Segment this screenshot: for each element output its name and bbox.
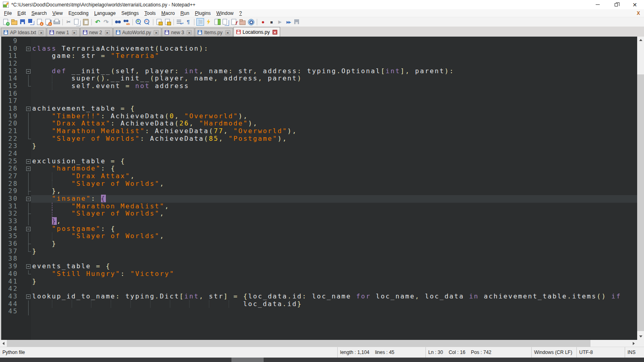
code-line-9[interactable]: 9: [1, 37, 637, 45]
find-icon[interactable]: [114, 18, 122, 26]
code-line-23[interactable]: 23}: [1, 142, 637, 150]
menu-item-settings[interactable]: Settings: [118, 10, 141, 17]
close-all-documents-icon[interactable]: [44, 18, 52, 26]
macro-playback-icon[interactable]: [276, 18, 284, 26]
paste-icon[interactable]: [82, 18, 89, 26]
tab-close-icon[interactable]: ✕: [72, 30, 77, 35]
code-line-42[interactable]: 42: [1, 285, 637, 293]
menu-item-tools[interactable]: Tools: [142, 10, 159, 17]
code-line-24[interactable]: 24: [1, 150, 637, 158]
menu-item-file[interactable]: File: [1, 10, 14, 17]
macro-stop-icon[interactable]: [268, 18, 275, 26]
menu-item-edit[interactable]: Edit: [14, 10, 29, 17]
code-line-32[interactable]: 32 "Slayer of Worlds",: [1, 210, 637, 218]
menu-item-view[interactable]: View: [50, 10, 66, 17]
tab-close-icon[interactable]: ✕: [39, 30, 43, 35]
macro-run-multiple-icon[interactable]: [285, 18, 292, 26]
code-line-36[interactable]: 36 }: [1, 240, 637, 248]
fold-collapse-box-icon[interactable]: [18, 263, 31, 270]
code-line-33[interactable]: 33 },: [1, 218, 637, 225]
menu-item-language[interactable]: Language: [91, 10, 118, 17]
scroll-up-arrow[interactable]: [637, 37, 644, 43]
undo-icon[interactable]: [94, 18, 101, 26]
save-all-icon[interactable]: [27, 18, 35, 26]
fold-collapse-box-icon[interactable]: [18, 105, 31, 113]
function-completion-icon[interactable]: [205, 18, 213, 26]
tab-close-icon[interactable]: ✕: [225, 30, 230, 35]
print-icon[interactable]: [53, 18, 60, 26]
function-list-icon[interactable]: [230, 18, 238, 26]
code-line-45[interactable]: 45: [1, 308, 637, 315]
horizontal-scrollbar-thumb[interactable]: [7, 340, 590, 347]
redo-icon[interactable]: [102, 18, 110, 26]
code-line-10[interactable]: 10class TerrariaAchievement(Location):: [1, 45, 637, 53]
show-all-characters-icon[interactable]: [184, 18, 192, 26]
show-indent-guide-icon[interactable]: [196, 18, 204, 26]
fold-collapse-box-icon[interactable]: [18, 68, 31, 75]
tab-close-icon[interactable]: ✕: [272, 30, 277, 35]
menu-item-window[interactable]: Window: [214, 10, 237, 17]
close-document-icon[interactable]: [36, 18, 43, 26]
new-file-icon[interactable]: [2, 18, 10, 26]
fold-collapse-box-icon[interactable]: [18, 195, 31, 203]
document-list-icon[interactable]: [222, 18, 229, 26]
code-line-16[interactable]: 16: [1, 90, 637, 98]
vertical-scrollbar-thumb[interactable]: [637, 74, 644, 331]
open-file-icon[interactable]: [10, 18, 18, 26]
code-line-44[interactable]: 44 loc_data.id}: [1, 300, 637, 308]
monitoring-icon[interactable]: [247, 18, 255, 26]
code-line-13[interactable]: 13 def __init__(self, player: int, name:…: [1, 68, 637, 75]
code-line-12[interactable]: 12: [1, 60, 637, 68]
sync-scroll-horizontal-icon[interactable]: [164, 18, 171, 26]
code-line-30[interactable]: 30 "insane": {: [1, 195, 637, 203]
code-line-38[interactable]: 38: [1, 255, 637, 263]
fold-collapse-box-icon[interactable]: [18, 45, 31, 53]
menu-item-encoding[interactable]: Encoding: [66, 10, 91, 17]
horizontal-scrollbar[interactable]: [0, 340, 637, 347]
code-line-21[interactable]: 21 "Marathon Medalist": AchieveData(77, …: [1, 128, 637, 135]
word-wrap-icon[interactable]: [176, 18, 184, 26]
code-line-18[interactable]: 18achievement_table = {: [1, 105, 637, 113]
tab-close-icon[interactable]: ✕: [187, 30, 192, 35]
menu-item-search[interactable]: Search: [29, 10, 50, 17]
macro-record-icon[interactable]: [259, 18, 267, 26]
fold-collapse-box-icon[interactable]: [18, 225, 31, 233]
document-map-icon[interactable]: [213, 18, 221, 26]
minimize-button[interactable]: [588, 0, 607, 9]
code-line-37[interactable]: 37}: [1, 248, 637, 255]
scroll-right-arrow[interactable]: [630, 340, 637, 347]
scroll-down-arrow[interactable]: [637, 333, 644, 340]
code-line-26[interactable]: 26 "hardmode": {: [1, 165, 637, 173]
folder-as-workspace-icon[interactable]: [239, 18, 246, 26]
zoom-in-icon[interactable]: [135, 18, 142, 26]
vertical-scrollbar[interactable]: [637, 37, 644, 340]
tab-locations-py[interactable]: Locations.py✕: [233, 27, 280, 37]
code-line-15[interactable]: 15 self.event = not address: [1, 82, 637, 90]
save-icon[interactable]: [19, 18, 27, 26]
code-line-11[interactable]: 11 game: str = "Terraria": [1, 52, 637, 60]
code-line-29[interactable]: 29 },: [1, 187, 637, 195]
menu-item-plugins[interactable]: Plugins: [192, 10, 213, 17]
tab-new-2[interactable]: new 2✕: [80, 28, 113, 37]
restore-button[interactable]: [607, 0, 625, 9]
fold-collapse-box-icon[interactable]: [18, 293, 31, 300]
scroll-left-arrow[interactable]: [0, 340, 7, 347]
code-line-20[interactable]: 20 "Drax Attax": AchieveData(26, "Hardmo…: [1, 120, 637, 128]
tab-new-1[interactable]: new 1✕: [47, 28, 79, 37]
code-line-25[interactable]: 25exclusion_table = {: [1, 158, 637, 165]
copy-icon[interactable]: [73, 18, 81, 26]
code-line-34[interactable]: 34 "postgame": {: [1, 225, 637, 233]
tab-items-py[interactable]: Items.py✕: [195, 28, 233, 37]
macro-save-icon[interactable]: [293, 18, 301, 26]
menu-item-help[interactable]: ?: [236, 10, 245, 17]
tab-new-3[interactable]: new 3✕: [162, 28, 194, 37]
menu-item-run[interactable]: Run: [178, 10, 192, 17]
code-line-17[interactable]: 17: [1, 97, 637, 105]
code-line-40[interactable]: 40 "Still Hungry": "Victory": [1, 270, 637, 278]
code-line-14[interactable]: 14 super().__init__(player, name, addres…: [1, 75, 637, 82]
cut-icon[interactable]: [65, 18, 72, 26]
code-line-19[interactable]: 19 "Timber!!": AchieveData(0, "Overworld…: [1, 113, 637, 120]
zoom-out-icon[interactable]: [143, 18, 151, 26]
close-document-x-icon[interactable]: X: [637, 10, 640, 16]
code-area[interactable]: 910class TerrariaAchievement(Location):1…: [1, 37, 637, 340]
